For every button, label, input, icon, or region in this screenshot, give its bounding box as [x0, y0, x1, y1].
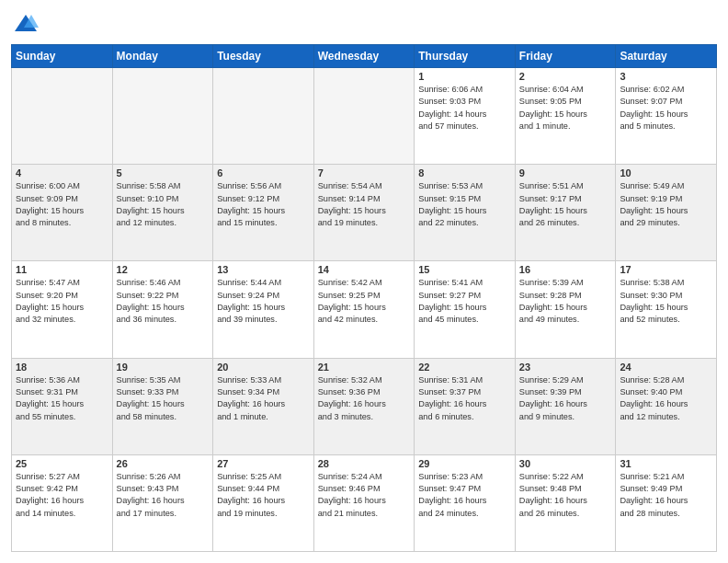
weekday-header-thursday: Thursday — [415, 45, 516, 68]
day-number: 10 — [620, 167, 712, 178]
weekday-header-monday: Monday — [112, 45, 213, 68]
day-info: Sunrise: 5:31 AM Sunset: 9:37 PM Dayligh… — [418, 374, 511, 423]
day-info: Sunrise: 5:56 AM Sunset: 9:12 PM Dayligh… — [217, 180, 310, 229]
day-info: Sunrise: 5:49 AM Sunset: 9:19 PM Dayligh… — [620, 180, 712, 229]
day-number: 3 — [620, 71, 712, 82]
day-info: Sunrise: 5:44 AM Sunset: 9:24 PM Dayligh… — [217, 277, 310, 326]
calendar-cell: 12Sunrise: 5:46 AM Sunset: 9:22 PM Dayli… — [112, 261, 213, 358]
day-number: 27 — [217, 458, 310, 469]
day-info: Sunrise: 5:32 AM Sunset: 9:36 PM Dayligh… — [318, 374, 411, 423]
calendar-cell: 19Sunrise: 5:35 AM Sunset: 9:33 PM Dayli… — [112, 358, 213, 454]
day-info: Sunrise: 5:27 AM Sunset: 9:42 PM Dayligh… — [16, 471, 108, 520]
day-number: 28 — [318, 458, 411, 469]
day-number: 17 — [620, 264, 712, 275]
calendar-cell: 5Sunrise: 5:58 AM Sunset: 9:10 PM Daylig… — [112, 165, 213, 261]
calendar-cell: 27Sunrise: 5:25 AM Sunset: 9:44 PM Dayli… — [213, 454, 314, 551]
calendar-cell: 22Sunrise: 5:31 AM Sunset: 9:37 PM Dayli… — [415, 358, 516, 454]
day-number: 9 — [519, 167, 612, 178]
week-row-5: 25Sunrise: 5:27 AM Sunset: 9:42 PM Dayli… — [12, 454, 717, 551]
calendar-cell: 6Sunrise: 5:56 AM Sunset: 9:12 PM Daylig… — [213, 165, 314, 261]
calendar-cell: 15Sunrise: 5:41 AM Sunset: 9:27 PM Dayli… — [415, 261, 516, 358]
day-number: 24 — [620, 362, 712, 373]
calendar-cell — [12, 68, 113, 165]
calendar-cell: 7Sunrise: 5:54 AM Sunset: 9:14 PM Daylig… — [313, 165, 415, 261]
day-info: Sunrise: 6:00 AM Sunset: 9:09 PM Dayligh… — [16, 180, 108, 229]
day-info: Sunrise: 5:42 AM Sunset: 9:25 PM Dayligh… — [318, 277, 411, 326]
day-number: 2 — [519, 71, 612, 82]
week-row-3: 11Sunrise: 5:47 AM Sunset: 9:20 PM Dayli… — [12, 261, 717, 358]
calendar-cell: 26Sunrise: 5:26 AM Sunset: 9:43 PM Dayli… — [112, 454, 213, 551]
day-info: Sunrise: 5:28 AM Sunset: 9:40 PM Dayligh… — [620, 374, 712, 423]
day-number: 13 — [217, 264, 310, 275]
day-info: Sunrise: 6:04 AM Sunset: 9:05 PM Dayligh… — [519, 84, 612, 132]
weekday-header-tuesday: Tuesday — [213, 45, 314, 68]
day-number: 4 — [16, 167, 108, 178]
calendar-cell: 1Sunrise: 6:06 AM Sunset: 9:03 PM Daylig… — [415, 68, 516, 165]
day-info: Sunrise: 5:25 AM Sunset: 9:44 PM Dayligh… — [217, 471, 310, 520]
weekday-header-row: SundayMondayTuesdayWednesdayThursdayFrid… — [12, 45, 717, 68]
day-info: Sunrise: 5:46 AM Sunset: 9:22 PM Dayligh… — [117, 277, 210, 326]
day-number: 16 — [519, 264, 612, 275]
calendar-cell: 8Sunrise: 5:53 AM Sunset: 9:15 PM Daylig… — [415, 165, 516, 261]
day-info: Sunrise: 5:21 AM Sunset: 9:49 PM Dayligh… — [620, 471, 712, 520]
logo-icon — [13, 11, 39, 37]
day-number: 26 — [117, 458, 210, 469]
day-number: 20 — [217, 362, 310, 373]
day-number: 1 — [418, 71, 511, 82]
week-row-1: 1Sunrise: 6:06 AM Sunset: 9:03 PM Daylig… — [12, 68, 717, 165]
calendar-cell — [313, 68, 415, 165]
day-number: 29 — [418, 458, 511, 469]
day-info: Sunrise: 5:33 AM Sunset: 9:34 PM Dayligh… — [217, 374, 310, 423]
day-info: Sunrise: 5:36 AM Sunset: 9:31 PM Dayligh… — [16, 374, 108, 423]
day-info: Sunrise: 5:39 AM Sunset: 9:28 PM Dayligh… — [519, 277, 612, 326]
weekday-header-saturday: Saturday — [616, 45, 717, 68]
day-number: 15 — [418, 264, 511, 275]
calendar-cell: 31Sunrise: 5:21 AM Sunset: 9:49 PM Dayli… — [616, 454, 717, 551]
day-number: 18 — [16, 362, 108, 373]
day-number: 14 — [318, 264, 411, 275]
day-number: 7 — [318, 167, 411, 178]
calendar-cell: 16Sunrise: 5:39 AM Sunset: 9:28 PM Dayli… — [515, 261, 616, 358]
day-number: 5 — [117, 167, 210, 178]
logo — [11, 11, 39, 37]
weekday-header-sunday: Sunday — [12, 45, 113, 68]
calendar-cell: 24Sunrise: 5:28 AM Sunset: 9:40 PM Dayli… — [616, 358, 717, 454]
calendar-cell: 30Sunrise: 5:22 AM Sunset: 9:48 PM Dayli… — [515, 454, 616, 551]
day-info: Sunrise: 5:58 AM Sunset: 9:10 PM Dayligh… — [117, 180, 210, 229]
calendar-cell: 10Sunrise: 5:49 AM Sunset: 9:19 PM Dayli… — [616, 165, 717, 261]
day-info: Sunrise: 5:26 AM Sunset: 9:43 PM Dayligh… — [117, 471, 210, 520]
day-info: Sunrise: 5:35 AM Sunset: 9:33 PM Dayligh… — [117, 374, 210, 423]
header — [11, 11, 717, 37]
calendar-cell: 11Sunrise: 5:47 AM Sunset: 9:20 PM Dayli… — [12, 261, 113, 358]
day-info: Sunrise: 5:41 AM Sunset: 9:27 PM Dayligh… — [418, 277, 511, 326]
calendar-cell: 4Sunrise: 6:00 AM Sunset: 9:09 PM Daylig… — [12, 165, 113, 261]
day-info: Sunrise: 5:51 AM Sunset: 9:17 PM Dayligh… — [519, 180, 612, 229]
day-info: Sunrise: 5:22 AM Sunset: 9:48 PM Dayligh… — [519, 471, 612, 520]
day-info: Sunrise: 5:53 AM Sunset: 9:15 PM Dayligh… — [418, 180, 511, 229]
weekday-header-wednesday: Wednesday — [313, 45, 415, 68]
day-info: Sunrise: 5:38 AM Sunset: 9:30 PM Dayligh… — [620, 277, 712, 326]
day-info: Sunrise: 6:02 AM Sunset: 9:07 PM Dayligh… — [620, 84, 712, 132]
day-number: 23 — [519, 362, 612, 373]
calendar-cell: 14Sunrise: 5:42 AM Sunset: 9:25 PM Dayli… — [313, 261, 415, 358]
calendar-table: SundayMondayTuesdayWednesdayThursdayFrid… — [11, 44, 717, 552]
day-number: 31 — [620, 458, 712, 469]
day-info: Sunrise: 5:24 AM Sunset: 9:46 PM Dayligh… — [318, 471, 411, 520]
week-row-2: 4Sunrise: 6:00 AM Sunset: 9:09 PM Daylig… — [12, 165, 717, 261]
day-number: 25 — [16, 458, 108, 469]
calendar-cell: 29Sunrise: 5:23 AM Sunset: 9:47 PM Dayli… — [415, 454, 516, 551]
weekday-header-friday: Friday — [515, 45, 616, 68]
calendar-cell — [213, 68, 314, 165]
day-info: Sunrise: 5:47 AM Sunset: 9:20 PM Dayligh… — [16, 277, 108, 326]
day-number: 6 — [217, 167, 310, 178]
day-info: Sunrise: 5:23 AM Sunset: 9:47 PM Dayligh… — [418, 471, 511, 520]
day-number: 21 — [318, 362, 411, 373]
calendar-cell — [112, 68, 213, 165]
calendar-cell: 2Sunrise: 6:04 AM Sunset: 9:05 PM Daylig… — [515, 68, 616, 165]
day-number: 30 — [519, 458, 612, 469]
calendar-cell: 17Sunrise: 5:38 AM Sunset: 9:30 PM Dayli… — [616, 261, 717, 358]
calendar-cell: 25Sunrise: 5:27 AM Sunset: 9:42 PM Dayli… — [12, 454, 113, 551]
calendar-cell: 28Sunrise: 5:24 AM Sunset: 9:46 PM Dayli… — [313, 454, 415, 551]
day-number: 12 — [117, 264, 210, 275]
day-info: Sunrise: 6:06 AM Sunset: 9:03 PM Dayligh… — [418, 84, 511, 132]
